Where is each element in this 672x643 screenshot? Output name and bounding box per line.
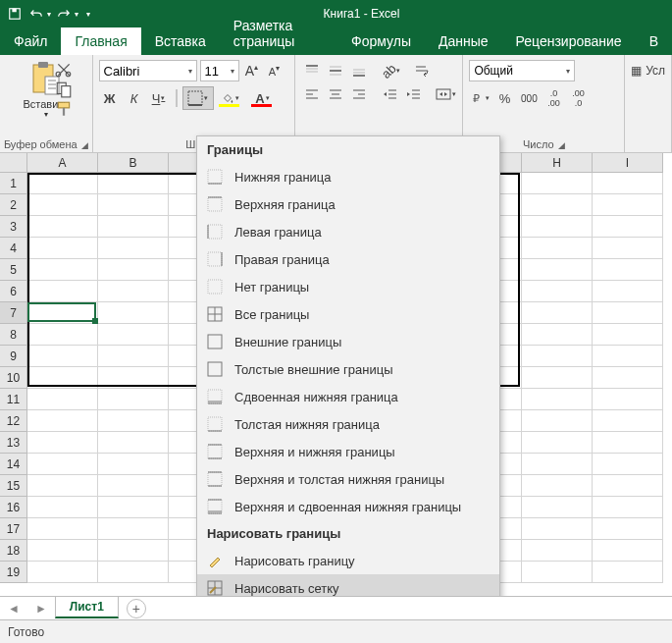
increase-font-button[interactable]: A▴ (242, 61, 262, 80)
cell[interactable] (27, 302, 98, 324)
row-header[interactable]: 10 (0, 367, 27, 389)
format-painter-icon[interactable] (55, 100, 73, 116)
align-middle-button[interactable] (325, 60, 346, 81)
cell[interactable] (593, 238, 663, 259)
cell[interactable] (27, 346, 98, 367)
row-header[interactable]: 13 (0, 432, 27, 454)
cell[interactable] (522, 432, 593, 454)
cell[interactable] (522, 389, 593, 410)
bold-button[interactable]: Ж (99, 87, 121, 109)
redo-dropdown-icon[interactable]: ▾ (75, 10, 78, 19)
cell[interactable] (522, 475, 593, 497)
tab-data[interactable]: Данные (425, 27, 502, 55)
row-header[interactable]: 19 (0, 562, 27, 583)
row-header[interactable]: 2 (0, 194, 27, 216)
row-header[interactable]: 14 (0, 454, 27, 475)
align-bottom-button[interactable] (348, 60, 370, 81)
cell[interactable] (98, 562, 169, 583)
tab-layout[interactable]: Разметка страницы (220, 12, 337, 55)
align-left-button[interactable] (301, 83, 323, 105)
decrease-decimal-button[interactable]: .00.0 (567, 87, 589, 109)
cell[interactable] (98, 281, 169, 302)
border-menu-item[interactable]: Толстая нижняя граница (197, 410, 499, 438)
cell[interactable] (98, 432, 169, 454)
borders-button[interactable]: ▾ (183, 87, 213, 109)
row-header[interactable]: 6 (0, 281, 27, 302)
add-sheet-button[interactable]: + (127, 599, 146, 618)
cell[interactable] (98, 346, 169, 367)
font-name-combo[interactable]: Calibri▾ (99, 60, 197, 81)
row-header[interactable]: 12 (0, 410, 27, 432)
number-format-combo[interactable]: Общий▾ (469, 60, 575, 81)
cell[interactable] (27, 432, 98, 454)
paste-dropdown-icon[interactable]: ▾ (44, 110, 48, 119)
row-header[interactable]: 11 (0, 389, 27, 410)
cell[interactable] (593, 346, 663, 367)
sheet-nav-prev-icon[interactable]: ◄ (0, 602, 27, 616)
tab-home[interactable]: Главная (61, 27, 140, 55)
cell[interactable] (593, 562, 663, 583)
cell[interactable] (98, 173, 169, 194)
fill-color-button[interactable]: ▾ (216, 87, 245, 109)
wrap-text-button[interactable] (411, 60, 433, 81)
align-top-button[interactable] (301, 60, 323, 81)
border-menu-item[interactable]: Левая граница (197, 218, 499, 245)
cell[interactable] (522, 194, 593, 216)
cell[interactable] (98, 497, 169, 518)
cell[interactable] (98, 194, 169, 216)
border-menu-item[interactable]: Верхняя и нижняя границы (197, 438, 499, 465)
tab-view-partial[interactable]: В (636, 27, 672, 55)
cell[interactable] (522, 173, 593, 194)
cell[interactable] (593, 259, 663, 281)
cell[interactable] (27, 389, 98, 410)
cell[interactable] (27, 518, 98, 540)
cell[interactable] (27, 238, 98, 259)
cell[interactable] (522, 367, 593, 389)
tab-file[interactable]: Файл (0, 27, 61, 55)
cell[interactable] (98, 259, 169, 281)
cell[interactable] (27, 410, 98, 432)
align-right-button[interactable] (348, 83, 370, 105)
cell[interactable] (27, 259, 98, 281)
column-header[interactable]: A (27, 153, 98, 173)
tab-insert[interactable]: Вставка (141, 27, 220, 55)
cell[interactable] (98, 475, 169, 497)
row-header[interactable]: 5 (0, 259, 27, 281)
cell[interactable] (593, 367, 663, 389)
cell[interactable] (27, 173, 98, 194)
cell[interactable] (98, 302, 169, 324)
cell[interactable] (593, 389, 663, 410)
paste-button[interactable]: Вставить ▾ (6, 59, 86, 121)
cell[interactable] (98, 410, 169, 432)
cell[interactable] (27, 216, 98, 238)
cell[interactable] (522, 497, 593, 518)
save-icon[interactable] (6, 5, 24, 23)
cell[interactable] (522, 410, 593, 432)
undo-icon[interactable] (27, 5, 45, 23)
cell[interactable] (27, 324, 98, 346)
cell[interactable] (27, 281, 98, 302)
sheet-tab-1[interactable]: Лист1 (55, 597, 119, 618)
row-header[interactable]: 16 (0, 497, 27, 518)
cell[interactable] (593, 281, 663, 302)
column-header[interactable]: B (98, 153, 169, 173)
border-menu-item[interactable]: Все границы (197, 300, 499, 328)
currency-button[interactable]: ₽▾ (469, 87, 491, 109)
increase-indent-button[interactable] (403, 83, 425, 105)
tab-formulas[interactable]: Формулы (337, 27, 425, 55)
draw-border-menu-item[interactable]: Нарисовать границу (197, 547, 499, 574)
font-size-combo[interactable]: 11▾ (200, 60, 239, 81)
cell[interactable] (98, 324, 169, 346)
tab-review[interactable]: Рецензирование (502, 27, 636, 55)
cell[interactable] (27, 475, 98, 497)
copy-icon[interactable] (55, 80, 73, 96)
cell[interactable] (593, 432, 663, 454)
cell[interactable] (98, 540, 169, 562)
border-menu-item[interactable]: Толстые внешние границы (197, 355, 499, 383)
border-menu-item[interactable]: Нет границы (197, 273, 499, 300)
border-menu-item[interactable]: Верхняя и сдвоенная нижняя границы (197, 493, 499, 520)
cell[interactable] (522, 238, 593, 259)
cell[interactable] (522, 346, 593, 367)
font-color-button[interactable]: А ▾ (248, 87, 278, 109)
orientation-button[interactable]: ab▾ (380, 60, 401, 81)
